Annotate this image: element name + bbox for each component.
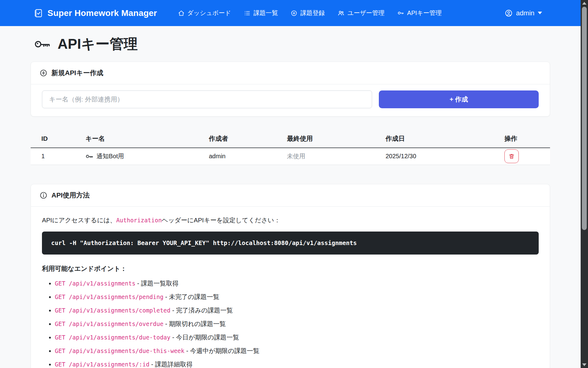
col-header-created: 作成日 — [375, 131, 494, 148]
curl-example-code-block: curl -H "Authorization: Bearer YOUR_API_… — [42, 232, 539, 255]
api-keys-table: ID キー名 作成者 最終使用 作成日 操作 1 — [31, 131, 550, 165]
key-name-input[interactable] — [42, 90, 372, 108]
nav-label: ユーザー管理 — [347, 9, 384, 17]
nav-item-dashboard[interactable]: ダッシュボード — [178, 9, 231, 17]
plus-circle-icon — [291, 10, 297, 17]
info-circle-icon — [40, 191, 47, 199]
col-header-creator: 作成者 — [198, 131, 276, 148]
endpoint-item: GET /api/v1/assignments/overdue - 期限切れの課… — [55, 320, 539, 328]
home-icon — [178, 10, 185, 17]
plus-circle-icon — [40, 69, 47, 77]
nav-item-user-management[interactable]: ユーザー管理 — [337, 9, 384, 17]
api-usage-body: APIにアクセスするには、AuthorizationヘッダーにAPIキーを設定し… — [31, 207, 550, 368]
nav-label: 課題一覧 — [253, 9, 278, 17]
main-content: APIキー管理 新規APIキー作成 + 作成 ID キー名 作成者 — [31, 26, 550, 368]
api-usage-card: API使用方法 APIにアクセスするには、AuthorizationヘッダーにA… — [31, 184, 550, 368]
col-header-last-used: 最終使用 — [276, 131, 375, 148]
authorization-code-text: Authorization — [116, 217, 162, 224]
endpoint-separator: - — [171, 334, 176, 341]
endpoint-path: GET /api/v1/assignments/pending — [55, 293, 164, 300]
page-title-text: APIキー管理 — [58, 35, 138, 54]
caret-down-icon — [538, 12, 542, 14]
key-icon — [34, 37, 51, 52]
scrollbar-up-arrow[interactable] — [582, 2, 586, 5]
table-header-row: ID キー名 作成者 最終使用 作成日 操作 — [31, 131, 550, 148]
endpoint-path: GET /api/v1/assignments/due-this-week — [55, 347, 184, 354]
api-usage-card-header: API使用方法 — [31, 184, 550, 207]
trash-icon — [508, 153, 515, 159]
endpoint-item: GET /api/v1/assignments - 課題一覧取得 — [55, 279, 539, 288]
nav-label: ダッシュボード — [187, 9, 231, 17]
scrollbar-thumb[interactable] — [582, 7, 587, 230]
endpoint-description: 期限切れの課題一覧 — [169, 320, 226, 327]
endpoints-list: GET /api/v1/assignments - 課題一覧取得 GET /ap… — [55, 279, 539, 368]
endpoint-item: GET /api/v1/assignments/due-this-week - … — [55, 347, 539, 355]
endpoint-item: GET /api/v1/assignments/:id - 課題詳細取得 — [55, 360, 539, 368]
endpoint-separator: - — [164, 320, 169, 327]
endpoint-path: GET /api/v1/assignments/due-today — [55, 334, 171, 341]
cell-creator: admin — [198, 148, 276, 165]
app-title: Super Homework Manager — [47, 8, 157, 18]
cell-key-name: 通知Bot用 — [75, 148, 198, 165]
nav-label: APIキー管理 — [407, 9, 442, 17]
endpoint-item: GET /api/v1/assignments/pending - 未完了の課題… — [55, 293, 539, 301]
cell-id: 1 — [31, 148, 75, 165]
api-usage-card-title: API使用方法 — [51, 191, 90, 200]
col-header-key-name: キー名 — [75, 131, 198, 148]
endpoint-separator: - — [171, 307, 176, 314]
page-title: APIキー管理 — [31, 26, 550, 62]
scrollbar-down-arrow[interactable] — [582, 363, 586, 366]
endpoint-description: 今日が期限の課題一覧 — [176, 334, 239, 341]
create-key-card: 新規APIキー作成 + 作成 — [31, 62, 550, 117]
top-navbar: Super Homework Manager ダッシュボード 課題一覧 — [0, 0, 588, 26]
list-icon — [244, 10, 251, 17]
nav-item-assignment-create[interactable]: 課題登録 — [291, 9, 325, 17]
endpoint-separator: - — [164, 293, 169, 300]
create-key-button[interactable]: + 作成 — [379, 90, 539, 108]
endpoints-heading: 利用可能なエンドポイント： — [42, 264, 539, 273]
vertical-scrollbar[interactable] — [581, 0, 588, 368]
user-menu[interactable]: admin — [505, 9, 542, 17]
endpoint-description: 課題詳細取得 — [155, 361, 193, 368]
nav-links: ダッシュボード 課題一覧 課題登録 — [178, 9, 442, 17]
endpoint-separator: - — [149, 361, 155, 368]
person-circle-icon — [505, 9, 513, 17]
create-key-card-header: 新規APIキー作成 — [31, 62, 550, 84]
endpoint-item: GET /api/v1/assignments/due-today - 今日が期… — [55, 333, 539, 342]
endpoint-path: GET /api/v1/assignments/:id — [55, 361, 149, 368]
key-icon — [397, 10, 404, 17]
endpoint-separator: - — [184, 347, 190, 354]
users-icon — [337, 10, 345, 17]
key-icon — [85, 153, 93, 160]
col-header-id: ID — [31, 131, 75, 148]
endpoint-path: GET /api/v1/assignments — [55, 280, 135, 287]
endpoint-description: 完了済みの課題一覧 — [176, 307, 233, 314]
delete-key-button[interactable] — [504, 149, 519, 163]
journal-check-icon — [34, 9, 43, 18]
create-key-form: + 作成 — [31, 84, 550, 116]
usage-intro: APIにアクセスするには、AuthorizationヘッダーにAPIキーを設定し… — [42, 216, 539, 224]
endpoint-description: 未完了の課題一覧 — [169, 293, 219, 300]
cell-created: 2025/12/30 — [375, 148, 494, 165]
endpoint-description: 今週中が期限の課題一覧 — [190, 347, 259, 354]
nav-item-api-keys[interactable]: APIキー管理 — [397, 9, 442, 17]
nav-label: 課題登録 — [300, 9, 325, 17]
user-name: admin — [516, 9, 534, 17]
nav-item-assignment-list[interactable]: 課題一覧 — [244, 9, 278, 17]
endpoint-path: GET /api/v1/assignments/overdue — [55, 320, 164, 327]
table-row: 1 通知Bot用 admin — [31, 148, 550, 165]
cell-actions — [494, 148, 550, 165]
endpoint-description: 課題一覧取得 — [141, 280, 179, 287]
endpoint-item: GET /api/v1/assignments/completed - 完了済み… — [55, 306, 539, 315]
create-key-card-title: 新規APIキー作成 — [51, 68, 103, 78]
endpoint-path: GET /api/v1/assignments/completed — [55, 307, 171, 314]
app-brand[interactable]: Super Homework Manager — [34, 8, 157, 18]
cell-last-used: 未使用 — [276, 148, 375, 165]
col-header-actions: 操作 — [494, 131, 550, 148]
endpoint-separator: - — [135, 280, 141, 287]
key-name-text: 通知Bot用 — [96, 152, 124, 160]
